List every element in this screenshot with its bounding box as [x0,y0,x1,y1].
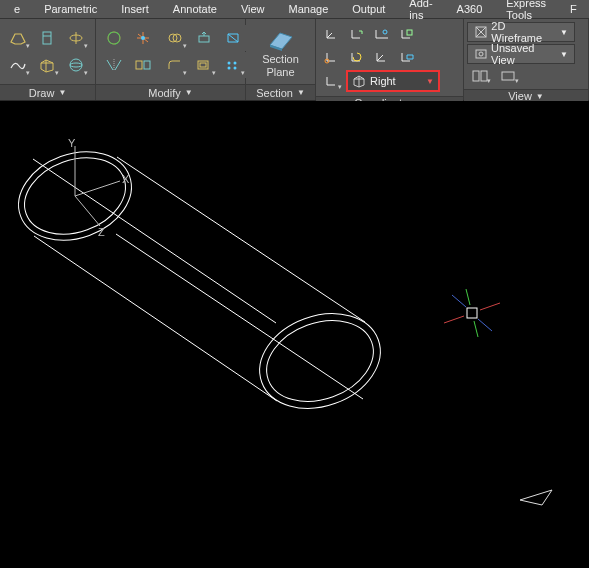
svg-point-14 [228,62,231,65]
svg-rect-19 [407,30,412,35]
visual-style-dropdown[interactable]: 2D Wireframe ▼ [467,22,575,42]
crosshair-cursor [444,289,500,337]
drawing-canvas[interactable]: Y X Z [0,101,589,568]
svg-rect-11 [199,36,209,42]
fillet-icon[interactable] [161,52,189,78]
tab-truncated-right[interactable]: F [558,0,589,18]
mirror-icon[interactable] [100,52,128,78]
ucs-restore-icon[interactable] [345,46,369,68]
tab-manage[interactable]: Manage [277,0,341,18]
svg-rect-24 [473,71,479,81]
ribbon-tabs: e Parametric Insert Annotate View Manage… [0,0,589,19]
svg-line-33 [117,157,365,322]
svg-point-18 [383,30,387,34]
axis-x-label: X [122,173,130,185]
svg-point-2 [70,59,82,71]
tab-addins[interactable]: Add-ins [397,0,444,18]
svg-rect-0 [43,32,51,44]
svg-point-3 [70,63,82,67]
polysolid-icon[interactable] [4,25,32,51]
box-icon[interactable] [33,52,61,78]
svg-line-39 [480,303,500,310]
panel-section-title[interactable]: Section▼ [246,84,315,100]
svg-point-23 [479,52,483,56]
svg-line-36 [75,181,120,196]
union-icon[interactable] [161,25,189,51]
visual-style-value: 2D Wireframe [491,20,556,44]
panel-view: 2D Wireframe ▼ Unsaved View ▼ View▼ [464,19,589,100]
svg-line-43 [478,319,492,331]
cursor-triangle [520,490,552,505]
ucs-origin-icon[interactable] [320,46,344,68]
panel-coordinates: Right ▼ Coordinates↘ [316,19,464,100]
tab-express-tools[interactable]: Express Tools [494,0,558,18]
wireframe-icon [474,25,487,39]
presspull-icon[interactable] [190,25,218,51]
axis-y-label: Y [68,137,76,149]
panel-draw: Draw▼ [0,19,96,100]
tab-output[interactable]: Output [340,0,397,18]
slice-icon[interactable] [219,25,247,51]
svg-rect-13 [200,63,206,67]
shell-icon[interactable] [190,52,218,78]
array-icon[interactable] [219,52,247,78]
revolve-icon[interactable] [62,25,90,51]
svg-point-5 [106,30,122,46]
svg-rect-22 [476,50,486,58]
cube-icon [352,74,366,88]
svg-line-40 [466,289,470,305]
svg-line-38 [444,316,464,323]
section-plane-button[interactable]: Section Plane [250,24,311,80]
panel-modify: Modify▼ [96,19,246,100]
svg-line-41 [474,321,478,337]
panel-modify-title[interactable]: Modify▼ [96,84,245,100]
panel-draw-title[interactable]: Draw▼ [0,84,95,100]
svg-point-17 [234,67,237,70]
ucs-icon-dropdown[interactable] [320,70,344,92]
svg-rect-8 [144,61,150,69]
svg-rect-7 [136,61,142,69]
ucs-z-icon[interactable] [370,46,394,68]
ucs-previous-icon[interactable] [345,23,369,45]
svg-rect-26 [502,72,514,80]
model-view: Y X Z [0,101,589,568]
svg-line-42 [452,295,466,307]
tab-truncated[interactable]: e [2,0,32,18]
axis-z-label: Z [98,226,105,238]
align-icon[interactable] [129,52,157,78]
view-flat-icon[interactable] [495,66,521,86]
tab-parametric[interactable]: Parametric [32,0,109,18]
ucs-face-icon[interactable] [395,23,419,45]
3drotate-icon[interactable] [100,25,128,51]
svg-point-15 [234,62,237,65]
svg-point-16 [228,67,231,70]
named-view-dropdown[interactable]: Unsaved View ▼ [467,44,575,64]
polyline-icon[interactable] [4,52,32,78]
svg-rect-44 [467,308,477,318]
ucs-view-icon[interactable] [395,46,419,68]
panel-section: Section Plane Section▼ [246,19,316,100]
ribbon: Draw▼ Modify▼ Section Pla [0,19,589,101]
tab-insert[interactable]: Insert [109,0,161,18]
view-combine-icon[interactable] [467,66,493,86]
sphere-icon[interactable] [62,52,90,78]
named-view-value: Unsaved View [491,42,556,66]
svg-line-31 [33,159,276,323]
svg-rect-25 [481,71,487,81]
svg-line-37 [75,196,100,226]
tab-annotate[interactable]: Annotate [161,0,229,18]
extrude-icon[interactable] [33,25,61,51]
ucs-world-icon[interactable] [320,23,344,45]
tab-view[interactable]: View [229,0,277,18]
svg-point-6 [141,36,145,40]
named-ucs-dropdown[interactable]: Right ▼ [346,70,440,92]
3dmove-icon[interactable] [129,25,157,51]
ucs-x-icon[interactable] [370,23,394,45]
section-plane-label: Section Plane [262,53,299,77]
named-ucs-value: Right [370,75,396,87]
view-icon [474,47,487,61]
tab-a360[interactable]: A360 [445,0,495,18]
